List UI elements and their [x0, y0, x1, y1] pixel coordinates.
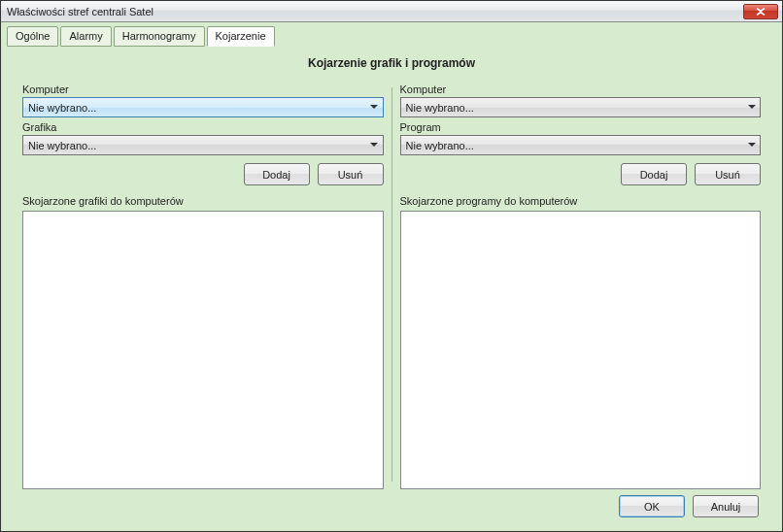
left-graphic-combo[interactable]: Nie wybrano...	[22, 135, 384, 155]
close-button[interactable]	[743, 4, 778, 19]
close-icon	[756, 8, 766, 16]
right-computer-label: Komputer	[400, 83, 762, 95]
tab-general[interactable]: Ogólne	[7, 26, 58, 47]
right-remove-button[interactable]: Usuń	[695, 163, 761, 185]
chevron-down-icon	[366, 136, 383, 154]
left-button-row: Dodaj Usuń	[22, 163, 384, 185]
left-computer-value: Nie wybrano...	[28, 102, 366, 114]
tab-alarms[interactable]: Alarmy	[60, 26, 111, 47]
right-program-label: Program	[400, 121, 762, 133]
left-graphic-label: Grafika	[22, 121, 384, 133]
chevron-down-icon	[743, 98, 760, 116]
left-remove-button[interactable]: Usuń	[318, 163, 384, 185]
right-computer-value: Nie wybrano...	[406, 102, 744, 114]
left-list-label: Skojarzone grafiki do komputerów	[22, 195, 384, 207]
dialog-window: Właściwości stref centrali Satel Ogólne …	[0, 0, 783, 532]
ok-button[interactable]: OK	[619, 495, 685, 517]
left-graphic-value: Nie wybrano...	[28, 140, 366, 151]
right-add-button[interactable]: Dodaj	[621, 163, 687, 185]
right-button-row: Dodaj Usuń	[400, 163, 762, 185]
cancel-button[interactable]: Anuluj	[693, 495, 759, 517]
tab-association[interactable]: Kojarzenie	[207, 26, 275, 47]
content-area: Kojarzenie grafik i programów Komputer N…	[1, 47, 782, 531]
window-title: Właściwości stref centrali Satel	[7, 6, 743, 17]
chevron-down-icon	[743, 136, 760, 154]
titlebar: Właściwości stref centrali Satel	[1, 1, 782, 22]
left-computer-combo[interactable]: Nie wybrano...	[22, 97, 384, 117]
tab-strip: Ogólne Alarmy Harmonogramy Kojarzenie	[1, 22, 782, 47]
right-associations-list[interactable]	[400, 211, 762, 489]
left-add-button[interactable]: Dodaj	[244, 163, 310, 185]
right-column: Komputer Nie wybrano... Program Nie wybr…	[392, 80, 769, 489]
tab-schedules[interactable]: Harmonogramy	[114, 26, 205, 47]
right-computer-combo[interactable]: Nie wybrano...	[400, 97, 762, 117]
left-associations-list[interactable]	[22, 211, 384, 489]
right-program-value: Nie wybrano...	[406, 140, 744, 151]
columns: Komputer Nie wybrano... Grafika Nie wybr…	[15, 80, 768, 489]
dialog-footer: OK Anuluj	[15, 489, 768, 523]
left-column: Komputer Nie wybrano... Grafika Nie wybr…	[15, 80, 392, 489]
right-list-label: Skojarzone programy do komputerów	[400, 195, 762, 207]
right-program-combo[interactable]: Nie wybrano...	[400, 135, 762, 155]
left-computer-label: Komputer	[22, 83, 384, 95]
page-heading: Kojarzenie grafik i programów	[15, 56, 768, 70]
chevron-down-icon	[366, 98, 383, 116]
